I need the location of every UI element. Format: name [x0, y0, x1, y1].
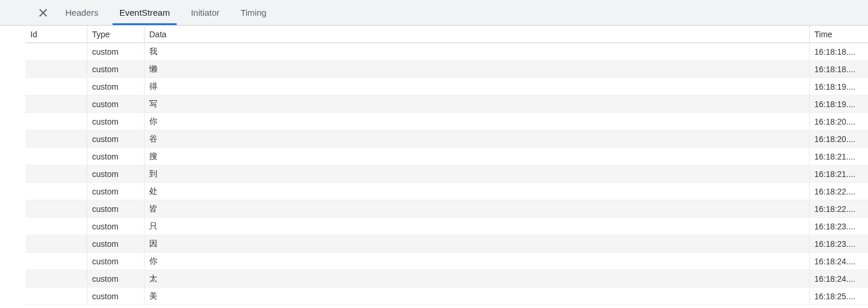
table-row[interactable]: custom只16:18:23.... [26, 218, 868, 235]
cell-time: 16:18:21.... [810, 165, 868, 182]
cell-id [26, 200, 87, 217]
cell-type: custom [87, 288, 145, 305]
cell-id [26, 95, 87, 112]
cell-id [26, 288, 87, 305]
cell-time: 16:18:24.... [810, 253, 868, 270]
cell-time: 16:18:19.... [810, 95, 868, 112]
cell-data: 我 [145, 43, 810, 60]
cell-type: custom [87, 200, 145, 217]
tab-bar: Headers EventStream Initiator Timing [0, 0, 868, 26]
cell-time: 16:18:21.... [810, 148, 868, 165]
cell-type: custom [87, 218, 145, 235]
tab-headers[interactable]: Headers [55, 0, 109, 25]
cell-id [26, 113, 87, 130]
column-header-time[interactable]: Time [810, 26, 868, 43]
cell-type: custom [87, 113, 145, 130]
cell-time: 16:18:24.... [810, 270, 868, 287]
cell-id [26, 253, 87, 270]
table-row[interactable]: custom得16:18:19.... [26, 78, 868, 95]
table-row[interactable]: custom谷16:18:20.... [26, 130, 868, 148]
cell-data: 懒 [145, 61, 810, 77]
cell-type: custom [87, 183, 145, 200]
cell-type: custom [87, 78, 145, 95]
cell-id [26, 61, 87, 77]
cell-id [26, 270, 87, 287]
cell-time: 16:18:18.... [810, 43, 868, 60]
table-row[interactable]: custom美16:18:25.... [26, 288, 868, 305]
close-button[interactable] [31, 0, 55, 25]
cell-time: 16:18:20.... [810, 113, 868, 130]
cell-time: 16:18:23.... [810, 235, 868, 252]
cell-data: 你 [145, 253, 810, 270]
table-row[interactable]: custom处16:18:22.... [26, 183, 868, 200]
table-row[interactable]: custom写16:18:19.... [26, 95, 868, 113]
cell-time: 16:18:22.... [810, 200, 868, 217]
table-row[interactable]: custom因16:18:23.... [26, 235, 868, 253]
cell-data: 写 [145, 95, 810, 112]
cell-id [26, 148, 87, 165]
table-row[interactable]: custom搜16:18:21.... [26, 148, 868, 165]
cell-data: 到 [145, 165, 810, 182]
cell-type: custom [87, 148, 145, 165]
cell-id [26, 218, 87, 235]
cell-type: custom [87, 235, 145, 252]
eventstream-content: Id Type Data Time custom我16:18:18....cus… [0, 26, 868, 308]
cell-data: 因 [145, 235, 810, 252]
column-header-data[interactable]: Data [145, 26, 810, 43]
cell-id [26, 165, 87, 182]
table-row[interactable]: custom我16:18:18.... [26, 43, 868, 61]
column-header-type[interactable]: Type [87, 26, 145, 43]
cell-time: 16:18:20.... [810, 130, 868, 147]
table-body[interactable]: custom我16:18:18....custom懒16:18:18....cu… [26, 43, 868, 308]
cell-type: custom [87, 95, 145, 112]
close-icon [39, 9, 47, 17]
table-row[interactable]: custom皆16:18:22.... [26, 200, 868, 218]
cell-data: 搜 [145, 148, 810, 165]
cell-time: 16:18:22.... [810, 183, 868, 200]
cell-type: custom [87, 130, 145, 147]
tab-timing[interactable]: Timing [230, 0, 277, 25]
cell-id [26, 235, 87, 252]
table-row[interactable]: custom你16:18:24.... [26, 253, 868, 270]
cell-type: custom [87, 270, 145, 287]
table-header: Id Type Data Time [26, 26, 868, 43]
cell-id [26, 183, 87, 200]
cell-data: 谷 [145, 130, 810, 147]
cell-data: 你 [145, 113, 810, 130]
cell-data: 皆 [145, 200, 810, 217]
cell-type: custom [87, 43, 145, 60]
cell-id [26, 130, 87, 147]
cell-id [26, 43, 87, 60]
cell-data: 美 [145, 288, 810, 305]
cell-time: 16:18:19.... [810, 78, 868, 95]
cell-id [26, 78, 87, 95]
table-row[interactable]: custom到16:18:21.... [26, 165, 868, 183]
tab-eventstream[interactable]: EventStream [109, 0, 181, 25]
table-row[interactable]: custom你16:18:20.... [26, 113, 868, 130]
column-header-id[interactable]: Id [26, 26, 87, 43]
cell-type: custom [87, 61, 145, 77]
cell-data: 太 [145, 270, 810, 287]
cell-type: custom [87, 253, 145, 270]
table-row[interactable]: custom懒16:18:18.... [26, 61, 868, 78]
cell-time: 16:18:23.... [810, 218, 868, 235]
cell-data: 得 [145, 78, 810, 95]
tab-initiator[interactable]: Initiator [180, 0, 230, 25]
table-row[interactable]: custom太16:18:24.... [26, 270, 868, 288]
network-detail-panel: Headers EventStream Initiator Timing Id … [0, 0, 868, 308]
cell-time: 16:18:18.... [810, 61, 868, 77]
cell-type: custom [87, 165, 145, 182]
cell-data: 只 [145, 218, 810, 235]
cell-time: 16:18:25.... [810, 288, 868, 305]
cell-data: 处 [145, 183, 810, 200]
